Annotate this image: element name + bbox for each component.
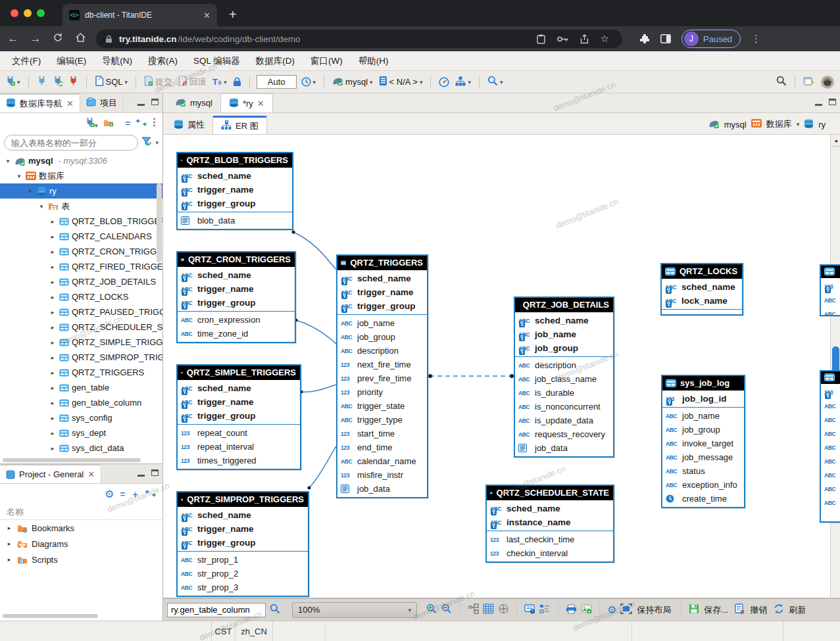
entity-header[interactable]: QRTZ_SIMPLE_TRIGGERS: [178, 366, 300, 380]
lock-icon[interactable]: [232, 76, 243, 88]
back-icon[interactable]: ←: [7, 32, 20, 45]
entity-header[interactable]: QRTZ_JOB_DETAILS: [515, 298, 613, 312]
er-entity-QRTZ_SIMPLE_TRIGGERS[interactable]: QRTZ_SIMPLE_TRIGGERSABCsched_nameABCtrig…: [176, 364, 301, 470]
expand-all-icon[interactable]: ＋: [131, 488, 139, 500]
er-entity-QRTZ_SCHEDULER_STATE[interactable]: QRTZ_SCHEDULER_STATEABCsched_nameABCinst…: [485, 485, 614, 563]
tree-item-table[interactable]: ▸QRTZ_CALENDARS: [0, 229, 162, 244]
tab-database-navigator[interactable]: 数据库导航 ✕: [0, 93, 80, 112]
horizontal-scrollbar[interactable]: [3, 458, 141, 462]
breadcrumb-connection[interactable]: mysql: [724, 120, 747, 130]
editor-tab-mysql[interactable]: mysql: [167, 93, 220, 112]
tree-expander-icon[interactable]: ▸: [5, 525, 13, 531]
tab-project[interactable]: 项目: [80, 93, 124, 112]
tree-item-table[interactable]: ▸sys_dept: [0, 425, 162, 440]
url-bar[interactable]: try.titanide.cn/ide/web/coding/db-client…: [96, 30, 622, 48]
project-item-bookmarks[interactable]: ▸Bookmarks: [0, 520, 162, 536]
browser-tab[interactable]: <t> db-client - TitanIDE ✕: [62, 4, 217, 26]
dashboard-icon[interactable]: [437, 76, 451, 89]
menu-item[interactable]: 文件(F): [5, 53, 47, 69]
tree-expander-icon[interactable]: ▸: [49, 430, 57, 437]
tree-expander-icon[interactable]: ▸: [49, 279, 57, 285]
filter-icon[interactable]: [141, 137, 152, 149]
tree-expander-icon[interactable]: ▸: [49, 369, 57, 376]
er-entity-QRTZ_TRIGGERS[interactable]: QRTZ_TRIGGERSABCsched_nameABCtrigger_nam…: [336, 254, 428, 498]
er-entity-QRTZ_SIMPROP_TRIGGERS[interactable]: QRTZ_SIMPROP_TRIGGERSABCsched_nameABCtri…: [176, 491, 309, 597]
menu-item[interactable]: 帮助(H): [352, 53, 395, 69]
tree-expander-icon[interactable]: ▸: [49, 264, 57, 270]
maximize-window-button[interactable]: [37, 9, 45, 17]
menu-item[interactable]: 编辑(E): [50, 53, 93, 69]
undo-button[interactable]: 撤销: [750, 604, 767, 616]
menu-item[interactable]: 数据库(D): [249, 53, 301, 69]
maximize-panel-icon[interactable]: [151, 469, 159, 476]
quick-search-icon[interactable]: [775, 74, 788, 89]
minimize-panel-icon[interactable]: [137, 475, 145, 477]
menu-item[interactable]: SQL 编辑器: [187, 53, 247, 69]
er-entity-sys_job_log[interactable]: sys_job_log123job_log_idABCjob_nameABCjo…: [661, 375, 745, 508]
home-icon[interactable]: [74, 32, 87, 46]
subtab-properties[interactable]: 属性: [166, 116, 212, 134]
tree-expander-icon[interactable]: ▾: [37, 203, 45, 210]
filter-dropdown-icon[interactable]: ▾: [155, 139, 159, 146]
tree-item-table[interactable]: ▸QRTZ_TRIGGERS: [0, 365, 162, 380]
new-connection-button[interactable]: ▾: [4, 74, 22, 89]
share-icon[interactable]: [580, 34, 589, 44]
commit-button[interactable]: 提交: [143, 74, 174, 89]
breadcrumb-database[interactable]: 数据库: [766, 118, 792, 130]
tree-expander-icon[interactable]: ▸: [49, 339, 57, 346]
tree-item-connection[interactable]: ▾mysql- mysql:3306: [0, 153, 162, 168]
close-icon[interactable]: ✕: [257, 99, 264, 108]
table-filter-input[interactable]: [4, 135, 138, 151]
toggle-attributes-icon[interactable]: [539, 604, 551, 616]
er-entity-clipped[interactable]: 123ABCABC: [820, 264, 840, 316]
profile-button[interactable]: J Paused: [681, 30, 741, 48]
minimize-window-button[interactable]: [24, 9, 32, 17]
auto-layout-icon[interactable]: [468, 604, 479, 616]
new-tab-button[interactable]: +: [229, 7, 237, 22]
transaction-log-button[interactable]: ▾: [300, 76, 318, 88]
catalog-select[interactable]: < N/A >▾: [378, 74, 424, 89]
entity-header[interactable]: QRTZ_TRIGGERS: [337, 256, 427, 270]
forward-icon[interactable]: →: [29, 32, 42, 45]
tree-expander-icon[interactable]: ▸: [49, 445, 57, 452]
tree-expander-icon[interactable]: ▸: [49, 294, 57, 300]
view-menu-icon[interactable]: [153, 118, 156, 129]
entity-header[interactable]: QRTZ_SCHEDULER_STATE: [487, 486, 613, 500]
tree-item-table[interactable]: ▸gen_table: [0, 380, 162, 395]
open-perspective-button[interactable]: [802, 75, 816, 89]
tree-item-schema-ry[interactable]: ▾ry: [0, 183, 162, 199]
close-icon[interactable]: ✕: [66, 99, 74, 108]
diagram-search-input[interactable]: [167, 603, 266, 617]
tree-expander-icon[interactable]: ▸: [49, 400, 57, 406]
tree-expander-icon[interactable]: ▾: [4, 158, 12, 164]
editor-tab-ry[interactable]: *ry ✕: [220, 93, 273, 112]
new-connection-icon[interactable]: ▾: [85, 117, 98, 130]
menu-item[interactable]: 导航(N): [95, 53, 139, 69]
tree-expander-icon[interactable]: ▸: [49, 218, 57, 225]
menu-item[interactable]: 窗口(W): [304, 53, 349, 69]
close-icon[interactable]: ✕: [87, 469, 95, 479]
rollback-button[interactable]: 回滚: [177, 74, 208, 89]
tree-item-table[interactable]: ▸sys_config: [0, 410, 162, 425]
er-entity-clipped[interactable]: 123ABCABCABCABCABCABCABCABC: [820, 370, 840, 523]
revert-icon[interactable]: [735, 604, 745, 616]
side-panel-icon[interactable]: [660, 34, 671, 43]
close-window-button[interactable]: [11, 9, 18, 17]
compare-button[interactable]: ▾: [454, 75, 472, 89]
save-button[interactable]: 保存...: [704, 604, 728, 616]
tree-item-table[interactable]: ▸QRTZ_JOB_DETAILS: [0, 274, 162, 289]
chevron-down-icon[interactable]: ▾: [797, 121, 800, 128]
breadcrumb-schema[interactable]: ry: [818, 120, 826, 130]
tree-item-table[interactable]: ▸sys_dict_data: [0, 440, 162, 456]
project-item-diagrams[interactable]: ▸Diagrams: [0, 536, 162, 552]
tree-expander-icon[interactable]: ▾: [26, 188, 34, 195]
tree-item-table[interactable]: ▸gen_table_column: [0, 395, 162, 410]
maximize-panel-icon[interactable]: [151, 99, 159, 105]
collapse-all-icon[interactable]: =: [125, 118, 130, 128]
tab-project-general[interactable]: Project - General✕: [0, 464, 101, 483]
tab-close-icon[interactable]: ✕: [203, 11, 210, 20]
tree-expander-icon[interactable]: ▸: [49, 233, 57, 240]
er-diagram-canvas[interactable]: ◂ QRTZ_BLOB_TRIGGERSABCsched_nameABCtrig…: [163, 135, 840, 598]
entity-header[interactable]: QRTZ_BLOB_TRIGGERS: [178, 153, 292, 168]
tree-expander-icon[interactable]: ▸: [49, 249, 57, 255]
